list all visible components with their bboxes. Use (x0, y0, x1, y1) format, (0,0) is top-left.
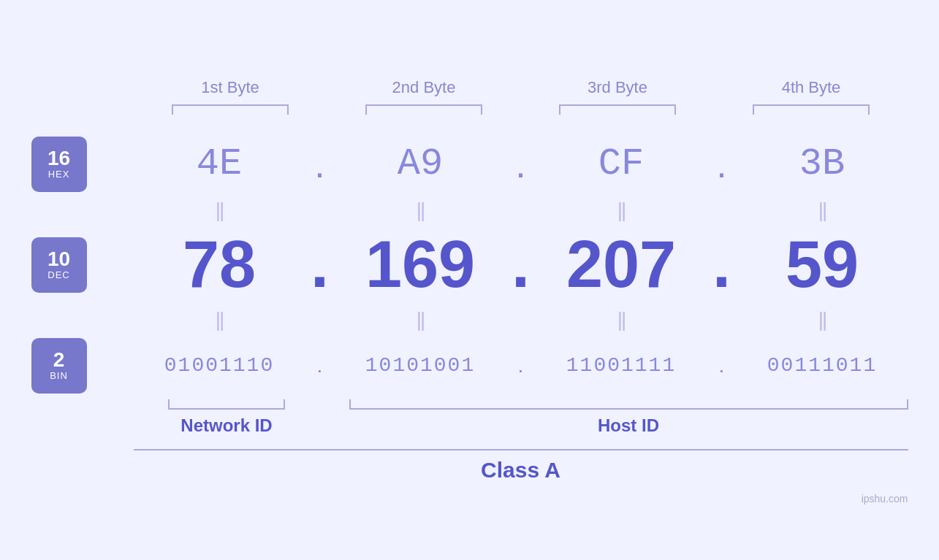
main-container: 1st Byte 2nd Byte 3rd Byte 4th Byte 16 H… (31, 78, 908, 483)
byte-header-1: 1st Byte (134, 78, 327, 97)
bottom-area: Network ID Host ID (31, 399, 908, 436)
bin-row: 01001110 . 10101001 . 11001111 . (134, 338, 908, 394)
bottom-brackets (134, 399, 908, 410)
top-bracket-3 (521, 104, 715, 115)
dec-badge: 10 DEC (31, 237, 87, 293)
top-brackets-row (31, 104, 908, 115)
class-label: Class A (134, 458, 908, 483)
bin-dot-2: . (506, 354, 536, 377)
base-labels-column: 16 HEX 10 DEC 2 BIN (31, 137, 134, 394)
eq2-1: || (134, 308, 305, 331)
byte-header-4: 4th Byte (715, 78, 908, 97)
hex-value-4: 3B (737, 142, 908, 185)
hex-row: 4E . A9 . CF . 3B (134, 137, 908, 192)
class-area: Class A (31, 449, 908, 483)
network-bracket (168, 399, 285, 410)
eq2-3: || (536, 308, 707, 331)
dec-value-1: 78 (134, 227, 305, 302)
eq1-2: || (335, 199, 506, 222)
hex-value-2: A9 (335, 142, 506, 185)
host-bracket (349, 399, 908, 410)
hex-badge: 16 HEX (31, 137, 87, 192)
hex-value-1: 4E (134, 142, 305, 185)
dec-dot-1: . (305, 227, 335, 302)
eq2-4: || (737, 308, 908, 331)
top-bracket-2 (327, 104, 521, 115)
bin-value-3: 11001111 (536, 354, 707, 377)
network-bracket-wrap (134, 399, 320, 410)
host-bracket-wrap (349, 399, 908, 410)
bin-dot-1: . (305, 354, 335, 377)
values-grid: 4E . A9 . CF . 3B (134, 137, 908, 394)
bin-value-1: 01001110 (134, 354, 305, 377)
main-content-area: 16 HEX 10 DEC 2 BIN (31, 137, 908, 394)
eq1-1: || (134, 199, 305, 222)
eq1-3: || (536, 199, 707, 222)
top-bracket-1 (134, 104, 327, 115)
dec-value-2: 169 (335, 227, 506, 302)
dec-row: 78 . 169 . 207 . 59 (134, 229, 908, 302)
equals-row-2: || || || || (134, 302, 908, 338)
dec-value-3: 207 (536, 227, 707, 302)
eq1-4: || (737, 199, 908, 222)
byte-headers-row: 1st Byte 2nd Byte 3rd Byte 4th Byte (31, 78, 908, 97)
id-labels: Network ID Host ID (134, 415, 908, 436)
bin-dot-3: . (707, 354, 737, 377)
dec-dot-2: . (506, 227, 536, 302)
hex-value-3: CF (536, 142, 707, 185)
byte-header-3: 3rd Byte (521, 78, 715, 97)
byte-header-2: 2nd Byte (327, 78, 521, 97)
dec-dot-3: . (707, 227, 737, 302)
hex-dot-3: . (707, 142, 737, 186)
bin-value-2: 10101001 (335, 354, 506, 377)
eq2-2: || (335, 308, 506, 331)
network-id-label: Network ID (134, 415, 320, 436)
top-bracket-4 (715, 104, 908, 115)
bin-value-4: 00111011 (737, 354, 908, 377)
hex-dot-2: . (506, 142, 536, 186)
bin-badge: 2 BIN (31, 338, 87, 394)
watermark: ipshu.com (862, 493, 908, 505)
class-bracket-line (134, 449, 908, 450)
equals-row-1: || || || || (134, 192, 908, 229)
hex-dot-1: . (305, 142, 335, 186)
dec-value-4: 59 (737, 227, 908, 302)
host-id-label: Host ID (349, 415, 908, 436)
